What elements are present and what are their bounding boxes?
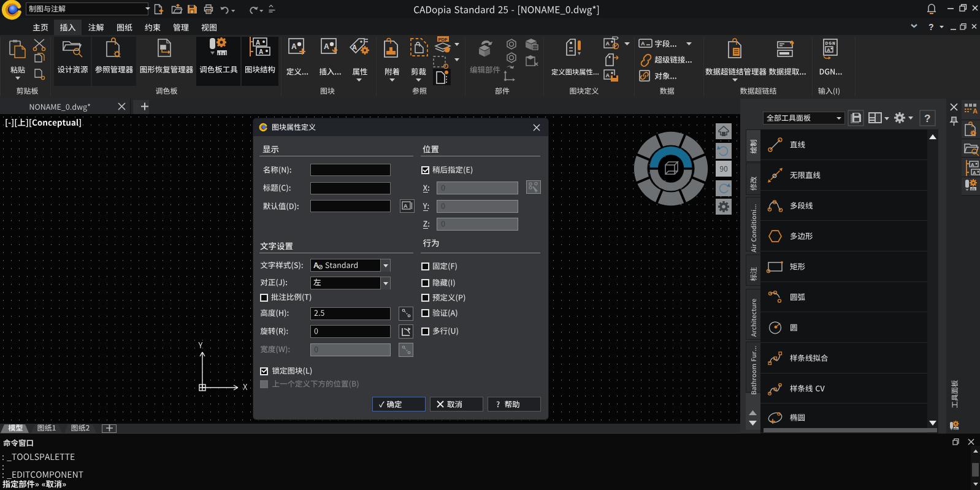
svg-text:A: A	[352, 44, 357, 51]
svg-text:PDF: PDF	[438, 37, 448, 42]
svg-text:?: ?	[924, 113, 930, 124]
svg-text:A: A	[324, 42, 329, 51]
svg-text:A: A	[256, 39, 260, 46]
svg-text:A: A	[973, 170, 976, 175]
svg-text:A: A	[973, 107, 978, 115]
svg-text:A: A	[606, 40, 610, 47]
svg-text:A: A	[291, 42, 297, 51]
svg-text:A: A	[259, 48, 263, 55]
svg-text:A: A	[971, 162, 974, 167]
svg-text:A: A	[827, 47, 830, 53]
svg-text:?: ?	[928, 22, 934, 32]
svg-text:A: A	[404, 203, 408, 209]
svg-text:A: A	[606, 72, 610, 78]
svg-text:A: A	[641, 40, 645, 47]
svg-text:DGN: DGN	[825, 40, 836, 46]
svg-text:A: A	[313, 261, 319, 270]
